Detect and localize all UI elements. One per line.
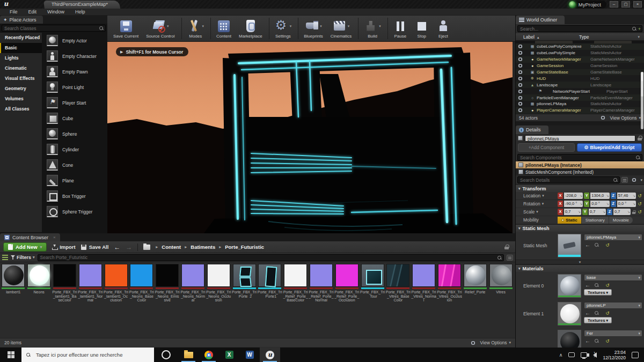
tab-world-outliner[interactable]: World Outliner: [516, 16, 565, 24]
level-tab[interactable]: ThirdPersonExampleMap*: [43, 1, 120, 9]
asset-thumbnail[interactable]: [258, 264, 281, 287]
chevron-down-icon[interactable]: [379, 24, 381, 28]
category-item[interactable]: Lights: [0, 53, 42, 63]
visibility-eye-icon[interactable]: [517, 83, 523, 87]
value-y-field[interactable]: 1304,0: [590, 193, 609, 199]
static-mesh-combo[interactable]: pilonneLPMaya: [584, 234, 642, 241]
asset-tile[interactable]: Vitres: [488, 263, 514, 338]
mobility-option[interactable]: Movable: [609, 217, 633, 224]
chevron-down-icon[interactable]: [348, 24, 350, 28]
section-splitter[interactable]: [516, 260, 644, 264]
chevron-down-icon[interactable]: [542, 194, 544, 198]
asset-thumbnail[interactable]: [130, 264, 153, 287]
asset-thumbnail[interactable]: [27, 264, 50, 287]
asset-thumbnail[interactable]: [489, 264, 513, 287]
asset-tile[interactable]: Porte_FBX_Tri_Relief_Porte_Occlusion: [334, 263, 360, 338]
lock-icon[interactable]: [504, 245, 509, 249]
save-all-button[interactable]: Save All: [81, 244, 109, 250]
search-components-input[interactable]: Search Components: [517, 154, 642, 161]
category-item[interactable]: Basic: [0, 43, 42, 53]
place-actor-item[interactable]: Cube: [42, 110, 107, 126]
category-item[interactable]: Recently Placed: [0, 33, 42, 43]
visibility-eye-icon[interactable]: [517, 57, 523, 61]
content-search-input[interactable]: Search Porte_Futuristic: [38, 254, 504, 261]
reset-to-default-icon[interactable]: [605, 283, 610, 288]
taskbar-chrome[interactable]: [199, 348, 219, 362]
place-actor-item[interactable]: Cylinder: [42, 142, 107, 157]
browse-icon[interactable]: [595, 283, 598, 287]
column-label[interactable]: Label: [523, 34, 535, 40]
taskbar-word[interactable]: [239, 348, 260, 362]
place-actor-item[interactable]: Empty Actor: [42, 33, 107, 48]
value-x-field[interactable]: -208,0: [564, 193, 583, 199]
chevron-down-icon[interactable]: [290, 24, 292, 28]
visibility-eye-icon[interactable]: [517, 108, 523, 112]
visibility-eye-icon[interactable]: [517, 90, 523, 93]
static-mesh-thumbnail[interactable]: [558, 234, 581, 257]
mobility-option[interactable]: Static: [558, 217, 581, 224]
asset-thumbnail[interactable]: [361, 264, 384, 287]
taskbar-file-explorer[interactable]: [178, 348, 199, 362]
minimize-button[interactable]: [610, 1, 618, 8]
material-combo[interactable]: pilonneLP: [584, 302, 642, 309]
tab-place-actors[interactable]: Place Actors: [0, 16, 43, 24]
asset-thumbnail[interactable]: [207, 264, 230, 287]
browse-icon[interactable]: [595, 243, 598, 247]
visibility-eye-icon[interactable]: [517, 102, 523, 106]
asset-thumbnail[interactable]: [156, 264, 179, 287]
browse-icon[interactable]: [595, 311, 598, 315]
breadcrumb-item[interactable]: Content: [162, 244, 181, 250]
reset-to-default-icon[interactable]: [605, 311, 610, 316]
transform-label[interactable]: Location: [523, 193, 540, 198]
back-button[interactable]: [114, 243, 120, 251]
details-view-options[interactable]: [630, 178, 642, 182]
toolbar-button[interactable]: Eject: [433, 18, 454, 39]
chevron-down-icon[interactable]: [167, 24, 169, 28]
material-thumbnail[interactable]: [558, 302, 581, 326]
notification-center-icon[interactable]: [632, 352, 639, 358]
asset-thumbnail[interactable]: [284, 264, 307, 287]
place-actor-item[interactable]: Empty Pawn: [42, 64, 107, 79]
place-actor-item[interactable]: Sphere: [42, 126, 107, 142]
textures-button[interactable]: Textures: [584, 317, 612, 323]
search-classes-input[interactable]: Search Classes: [2, 25, 106, 32]
asset-tile[interactable]: Porte_FBX_Tri_lambert1_BaseColor: [52, 263, 78, 338]
cortana-icon[interactable]: [162, 350, 171, 359]
transform-label[interactable]: Rotation: [523, 201, 540, 206]
asset-tile[interactable]: Porte_FBX_Tri_Tour: [360, 263, 385, 338]
place-actor-item[interactable]: Point Light: [42, 79, 107, 95]
mobility-option[interactable]: Stationary: [582, 217, 609, 224]
reset-to-default-icon[interactable]: [637, 209, 642, 215]
visibility-eye-icon[interactable]: [517, 96, 523, 100]
visibility-eye-icon[interactable]: [517, 70, 523, 74]
reset-to-default-icon[interactable]: [605, 242, 610, 248]
outliner-row[interactable]: NetworkPlayerStart PlayerStart: [516, 88, 644, 94]
menu-item[interactable]: File: [4, 9, 23, 14]
viewport-3d[interactable]: Shift+F1 for Mouse Cursor: [107, 42, 513, 233]
toolbar-button[interactable]: Stop: [411, 18, 433, 39]
outliner-row[interactable]: cubeLowPolySimple StaticMeshActor: [516, 50, 644, 56]
asset-thumbnail[interactable]: [386, 264, 409, 287]
value-z-field[interactable]: 0,0 °: [617, 201, 636, 207]
component-row[interactable]: pilonneLPMaya (Instance): [516, 161, 644, 168]
reset-to-default-icon[interactable]: [637, 193, 642, 198]
taskbar-search-input[interactable]: Tapez ici pour effectuer une recherche: [21, 348, 154, 362]
details-scrollbar[interactable]: [641, 81, 643, 129]
outliner-search-input[interactable]: Search...: [517, 25, 642, 32]
category-item[interactable]: Volumes: [0, 94, 42, 104]
browse-icon[interactable]: [595, 339, 598, 343]
filters-button[interactable]: Filters: [11, 255, 35, 260]
breadcrumb-item[interactable]: Batiments: [191, 244, 215, 250]
import-button[interactable]: Import: [52, 244, 76, 250]
value-x-field[interactable]: 0,7: [564, 209, 581, 215]
sources-panel-icon[interactable]: [2, 255, 8, 260]
asset-tile[interactable]: Porte_FBX_Tri_Relief_Porte_BaseColor: [283, 263, 309, 338]
material-combo[interactable]: Fer: [584, 330, 642, 337]
outliner-row[interactable]: GameSession GameSession: [516, 63, 644, 69]
place-actor-item[interactable]: Empty Character: [42, 48, 107, 64]
category-item[interactable]: Visual Effects: [0, 73, 42, 84]
place-actor-item[interactable]: Box Trigger: [42, 188, 107, 204]
asset-thumbnail[interactable]: [2, 264, 25, 287]
asset-thumbnail[interactable]: [233, 264, 256, 287]
menu-item[interactable]: Help: [70, 9, 91, 14]
